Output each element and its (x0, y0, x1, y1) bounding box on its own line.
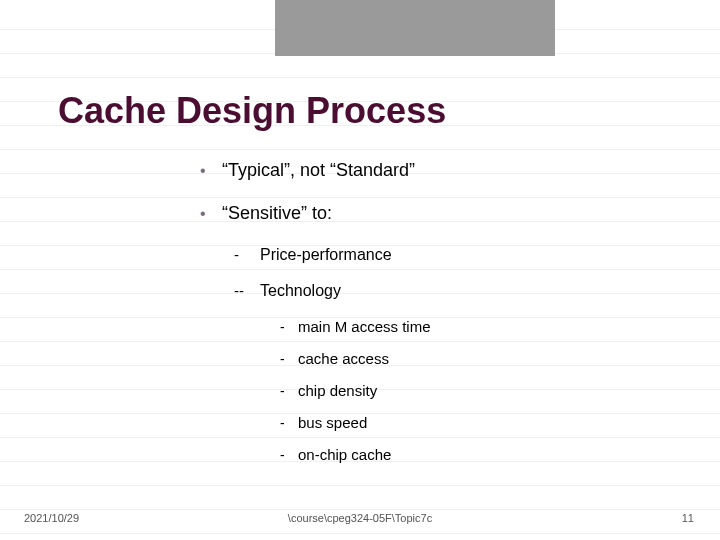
bullet-text: main M access time (298, 318, 431, 335)
bullet-level3: - cache access (280, 350, 680, 367)
bullet-level3: - chip density (280, 382, 680, 399)
bullet-text: chip density (298, 382, 377, 399)
bullet-text: Price-performance (260, 246, 392, 264)
bullet-text: cache access (298, 350, 389, 367)
bullet-level2: - Price-performance (234, 246, 680, 264)
bullet-text: Technology (260, 282, 341, 300)
bullet-level2: -- Technology (234, 282, 680, 300)
bullet-text: on-chip cache (298, 446, 391, 463)
bullet-text: “Typical”, not “Standard” (222, 160, 415, 181)
dash-icon: - (234, 246, 260, 263)
bullet-level3: - on-chip cache (280, 446, 680, 463)
dash-icon: - (280, 415, 298, 431)
dash-icon: - (280, 447, 298, 463)
footer-page-number: 11 (682, 512, 694, 524)
dash-icon: - (280, 319, 298, 335)
slide-title: Cache Design Process (58, 90, 446, 132)
bullet-dot-icon: • (200, 162, 222, 180)
bullet-level3: - main M access time (280, 318, 680, 335)
dash-icon: - (280, 351, 298, 367)
footer-path: \course\cpeg324-05F\Topic7c (0, 512, 720, 524)
sublist: - Price-performance -- Technology - main… (234, 246, 680, 463)
dash-icon: -- (234, 282, 260, 299)
bullet-level1: • “Sensitive” to: (200, 203, 680, 224)
bullet-level3: - bus speed (280, 414, 680, 431)
bullet-level1: • “Typical”, not “Standard” (200, 160, 680, 181)
slide-body: • “Typical”, not “Standard” • “Sensitive… (200, 160, 680, 478)
bullet-dot-icon: • (200, 205, 222, 223)
bullet-text: bus speed (298, 414, 367, 431)
decorative-top-block (275, 0, 555, 56)
subsublist: - main M access time - cache access - ch… (280, 318, 680, 463)
dash-icon: - (280, 383, 298, 399)
bullet-text: “Sensitive” to: (222, 203, 332, 224)
